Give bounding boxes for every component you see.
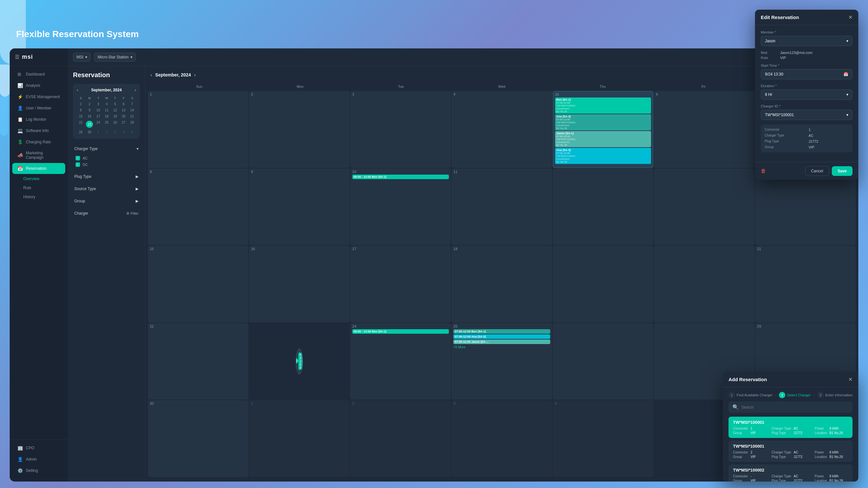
mini-cal-oct-1[interactable]: 1 xyxy=(94,129,102,135)
charger-type-ac[interactable]: ✓ AC xyxy=(75,155,137,161)
mini-cal-4[interactable]: 4 xyxy=(103,101,111,107)
mini-cal-29[interactable]: 29 xyxy=(77,129,85,135)
event-ana-5a3-w1[interactable]: Ana (5A-3) 07:00-12:00 TW*MSI*100001 Con… xyxy=(555,114,651,130)
event-ben-sep24[interactable]: 08:00 - 13:00 Ben (9A-1) xyxy=(352,329,449,334)
cal-cell-sep17[interactable]: 17 xyxy=(350,246,451,322)
cal-cell-sep3[interactable]: 3 xyxy=(350,91,451,168)
cal-cell-sep9[interactable]: 9 xyxy=(249,168,349,245)
cal-cell-sep25[interactable]: 25 07:00-12:00 Ben (9A-1) 07:00-12:00 An… xyxy=(452,323,552,400)
add-close-btn[interactable]: ✕ xyxy=(848,376,852,383)
mini-cal-30[interactable]: 30 xyxy=(85,129,94,135)
cal-cell-sep8[interactable]: 8 xyxy=(148,168,248,245)
sidebar-item-evse[interactable]: ⚡ EVSE Management xyxy=(12,91,65,102)
sidebar-item-user[interactable]: 👤 User / Member xyxy=(12,103,65,113)
cal-cell-oct4[interactable]: 4 xyxy=(553,400,653,477)
sidebar-item-log[interactable]: 📋 Log Monitor xyxy=(12,114,65,125)
cal-cell-sep2[interactable]: 2 xyxy=(249,91,349,168)
cal-cell-sep16[interactable]: 16 xyxy=(249,246,349,322)
mini-cal-2[interactable]: 2 xyxy=(85,101,94,107)
source-type-header[interactable]: Source Type ▶ xyxy=(73,184,140,194)
group-header[interactable]: Group ▶ xyxy=(73,196,140,206)
cal-cell-sep21[interactable]: 21 xyxy=(755,246,856,322)
mini-cal-8[interactable]: 8 xyxy=(77,107,85,113)
sidebar-item-admin[interactable]: 👤 Admin xyxy=(12,454,65,465)
mini-cal-15[interactable]: 15 xyxy=(77,113,85,119)
mini-cal-27[interactable]: 27 xyxy=(120,120,128,129)
cancel-btn[interactable]: Cancel xyxy=(805,166,829,176)
cal-cell-sep14[interactable]: 14 xyxy=(755,168,856,245)
charger-card-1[interactable]: TW*MSI*100001 Connector 1 Charger Type A… xyxy=(728,417,852,438)
cal-cell-sep18[interactable]: 18 xyxy=(452,246,552,322)
sidebar-item-charging[interactable]: 💲 Charging Rate xyxy=(12,136,65,148)
mini-cal-oct-5[interactable]: 5 xyxy=(128,129,136,135)
mini-cal-7[interactable]: 7 xyxy=(128,101,136,107)
charger-card-3[interactable]: TW*MSI*100002 Connector - Charger Type A… xyxy=(728,464,852,482)
cal-prev-btn[interactable]: ‹ xyxy=(151,72,152,77)
mini-cal-next[interactable]: › xyxy=(135,88,136,92)
event-jason-sep23[interactable]: 07:00-12:00 Jason (5A-1) xyxy=(299,352,301,370)
cal-cell-sep13[interactable] xyxy=(654,168,754,245)
cal-cell-oct1[interactable]: 1 xyxy=(249,400,349,477)
station-select[interactable]: MSI ▾ xyxy=(73,53,91,62)
mini-cal-oct-2[interactable]: 2 xyxy=(103,129,111,135)
dc-checkbox[interactable]: ✓ xyxy=(75,162,80,167)
start-time-input[interactable]: 9/24 13:30 📅 xyxy=(761,69,852,79)
charger-id-select[interactable]: TW*MSI*100001 ▾ xyxy=(761,110,852,120)
cal-cell-sep25-w1[interactable]: 25 Ben (9A-1) 07:00-12:00 TW*MSI*100001 … xyxy=(553,91,653,168)
mini-cal-19[interactable]: 19 xyxy=(111,113,119,119)
duration-select[interactable]: 8 Hr ▾ xyxy=(761,89,852,100)
sidebar-item-marketing[interactable]: 📣 Marketing Campaign xyxy=(12,148,65,163)
hamburger-icon[interactable]: ☰ xyxy=(15,54,20,60)
mini-cal-25[interactable]: 25 xyxy=(103,120,111,129)
member-select[interactable]: Jason ▾ xyxy=(761,36,852,46)
mini-cal-6[interactable]: 6 xyxy=(120,101,128,107)
mini-cal-1[interactable]: 1 xyxy=(77,101,85,107)
mini-cal-12[interactable]: 12 xyxy=(111,107,119,113)
more-events-sep25[interactable]: +5 More xyxy=(454,345,550,350)
cal-cell-sep6[interactable]: 6 xyxy=(654,91,754,168)
cal-cell-sep1[interactable]: 1 xyxy=(148,91,248,168)
sidebar-sub-history[interactable]: History xyxy=(10,192,68,201)
location-select[interactable]: Micro-Star Station ▾ xyxy=(94,53,136,62)
mini-cal-5[interactable]: 5 xyxy=(111,101,119,107)
mini-cal-22[interactable]: 22 xyxy=(77,120,85,129)
cal-cell-sep12[interactable] xyxy=(553,168,653,245)
mini-cal-18[interactable]: 18 xyxy=(103,113,111,119)
cal-cell-sep15[interactable]: 15 xyxy=(148,246,248,322)
sidebar-item-setting[interactable]: ⚙️ Setting xyxy=(12,465,65,476)
event-jason-sep25[interactable]: 07:00-12:00 Jason (5A-... xyxy=(454,339,550,344)
mini-cal-23[interactable]: 23 xyxy=(85,120,94,129)
mini-cal-11[interactable]: 11 xyxy=(103,107,111,113)
cal-next-btn[interactable]: › xyxy=(194,72,196,77)
cal-cell-sep30[interactable]: 30 xyxy=(148,400,248,477)
mini-cal-20[interactable]: 20 xyxy=(120,113,128,119)
mini-cal-13[interactable]: 13 xyxy=(120,107,128,113)
event-ben-sep23[interactable]: 07:00-12:00 Ben (9A-1) xyxy=(301,352,303,370)
mini-cal-oct-4[interactable]: 4 xyxy=(120,129,128,135)
save-btn[interactable]: Save xyxy=(832,166,852,176)
charger-type-dc[interactable]: ✓ DC xyxy=(75,161,137,168)
cal-cell-sep24[interactable]: 24 08:00 - 13:00 Ben (9A-1) xyxy=(350,323,451,400)
mini-cal-10[interactable]: 10 xyxy=(94,107,102,113)
search-box[interactable]: 🔍 xyxy=(728,401,852,413)
cal-cell-sep11[interactable]: 11 xyxy=(452,168,552,245)
filter-btn[interactable]: ⚙ Filter xyxy=(126,212,138,216)
mini-cal-16[interactable]: 16 xyxy=(85,113,94,119)
cal-cell-sep23[interactable]: 23 07:00-12:00 Jason (5A-1) 07:00-12:00 … xyxy=(296,349,303,375)
mini-cal-26[interactable]: 26 xyxy=(111,120,119,129)
cal-cell-oct2[interactable]: 2 xyxy=(350,400,451,477)
sidebar-item-dashboard[interactable]: ⊞ Dashboard xyxy=(12,69,65,80)
event-jason-5a1-w1[interactable]: Jason (5A-1) 07:00-12:00 TW*MSI*100001 C… xyxy=(555,131,651,147)
cal-cell-sep19[interactable] xyxy=(553,246,653,322)
charger-type-header[interactable]: Charger Type ▾ xyxy=(73,144,140,154)
event-ana-sep25[interactable]: 07:00-12:00 Ana (5A-3) xyxy=(454,334,550,339)
ac-checkbox[interactable]: ✓ xyxy=(75,156,80,160)
sidebar-item-cpo[interactable]: 🏢 CPO xyxy=(12,443,65,453)
cal-cell-sep4[interactable]: 4 xyxy=(452,91,552,168)
cal-cell-sep26[interactable] xyxy=(553,323,653,400)
mini-cal-28[interactable]: 28 xyxy=(128,120,136,129)
cal-cell-sep22[interactable]: 22 xyxy=(148,323,248,400)
mini-cal-14[interactable]: 14 xyxy=(128,107,136,113)
sidebar-sub-overview[interactable]: Overview xyxy=(10,174,68,183)
mini-cal-17[interactable]: 17 xyxy=(94,113,102,119)
